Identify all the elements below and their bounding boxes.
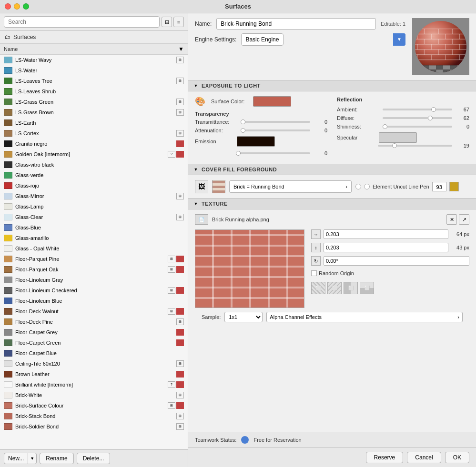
search-input[interactable] [4, 16, 160, 28]
list-view-button[interactable]: ≡ [173, 17, 184, 27]
list-item[interactable]: LS-Leaves Shrub [0, 86, 188, 97]
cancel-button[interactable]: Cancel [407, 452, 441, 463]
random-origin-checkbox[interactable] [311, 270, 317, 276]
attenuation-slider[interactable] [241, 129, 310, 131]
list-item[interactable]: Brick-Soldier Bond⊞ [0, 421, 188, 432]
pattern-btn-3[interactable]: ⬜ [344, 282, 358, 294]
sort-icon[interactable]: ▼ [178, 46, 184, 52]
sample-select[interactable]: 1x1 [224, 312, 263, 322]
tex-height-input[interactable] [324, 243, 448, 252]
list-item[interactable]: LS-Water [0, 65, 188, 76]
reserve-button[interactable]: Reserve [366, 452, 404, 463]
list-item[interactable]: Glass-Mirror⊞ [0, 191, 188, 201]
list-item[interactable]: LS-Grass Green⊞ [0, 97, 188, 107]
list-item-label: LS-Leaves Shrub [15, 89, 184, 94]
list-item[interactable]: Brick-Surface Colour⊞ [0, 400, 188, 411]
close-button[interactable] [5, 3, 11, 10]
list-item[interactable]: LS-Grass Brown⊞ [0, 107, 188, 118]
new-button[interactable]: New... ▼ [4, 453, 37, 464]
rename-button[interactable]: Rename [40, 453, 73, 464]
list-item-icons: ⊞ [168, 266, 184, 273]
engine-select[interactable]: Basic Engine [241, 33, 284, 46]
list-item[interactable]: Glass-Lamp [0, 201, 188, 212]
new-dropdown-arrow[interactable]: ▼ [28, 453, 36, 464]
list-item[interactable]: Floor-Parquet Oak⊞ [0, 264, 188, 275]
list-item[interactable]: Glass-amarillo [0, 233, 188, 243]
list-item[interactable]: Brick-Stack Bond⊞ [0, 411, 188, 421]
list-item[interactable]: Floor-Parquet Pine⊞ [0, 254, 188, 264]
svg-rect-34 [429, 65, 436, 70]
list-item[interactable]: Floor-Deck Walnut⊞ [0, 306, 188, 317]
line-pen-radio2[interactable] [364, 184, 370, 189]
name-input[interactable] [216, 18, 376, 30]
list-item-icons: ⊞ [176, 57, 184, 63]
cover-fill-icon: 🖼 [195, 180, 208, 193]
list-item-label: Brilliant white [Internorm] [15, 382, 168, 388]
transmittance-slider[interactable] [241, 121, 310, 123]
list-item[interactable]: Brown Leather [0, 369, 188, 379]
list-item[interactable]: Glass-rojo [0, 180, 188, 191]
tex-width-input[interactable] [324, 229, 448, 239]
list-container[interactable]: LS-Water Wavy⊞LS-WaterLS-Leaves Tree⊞LS-… [0, 55, 188, 449]
list-item-label: Floor-Linoleum Checkered [15, 288, 168, 293]
list-item-label: Ceiling-Tile 60x120 [15, 361, 176, 367]
texture-toggle[interactable]: ▼ [193, 201, 199, 207]
color-swatch [4, 298, 12, 304]
cover-fill-section: 🖼 Brick = Running Bond › Element Uncut L… [188, 175, 476, 198]
shininess-value: 0 [455, 124, 469, 129]
exposure-toggle[interactable]: ▼ [193, 83, 199, 89]
status-bar: Teamwork Status: Free for Reservation [188, 432, 476, 447]
surface-color-swatch[interactable] [253, 96, 291, 107]
list-item[interactable]: Floor-Linoleum Checkered⊞ [0, 285, 188, 296]
specular-color-swatch[interactable] [379, 132, 417, 143]
minimize-button[interactable] [14, 3, 20, 10]
specular-slider[interactable] [378, 145, 452, 147]
list-item[interactable]: Brilliant white [Internorm]? [0, 379, 188, 390]
list-item[interactable]: Glass-verde [0, 170, 188, 180]
list-item[interactable]: Glass-vitro black [0, 159, 188, 170]
surfaces-icon: 🗂 [5, 34, 10, 40]
pen-value-input[interactable]: 93 [432, 182, 446, 191]
list-item[interactable]: Glass-Blue [0, 222, 188, 233]
emission-color-swatch[interactable] [237, 136, 275, 147]
cover-fill-toggle[interactable]: ▼ [193, 167, 199, 172]
ok-button[interactable]: OK [445, 452, 469, 463]
cover-fill-dropdown[interactable]: Brick = Running Bond › [229, 180, 352, 193]
delete-button[interactable]: Delete... [77, 453, 111, 464]
list-item[interactable]: Floor-Carpet Grey [0, 327, 188, 338]
list-item[interactable]: Floor-Carpet Blue [0, 348, 188, 358]
list-item[interactable]: Floor-Linoleum Blue [0, 296, 188, 306]
pen-color-swatch[interactable] [449, 182, 459, 191]
pattern-btn-2[interactable]: ⬜ [327, 282, 342, 294]
grid-view-button[interactable]: ⊞ [162, 17, 172, 27]
list-item[interactable]: LS-Cortex⊞ [0, 128, 188, 139]
texture-file-icon: 📄 [195, 214, 208, 225]
color-swatch [4, 130, 12, 137]
transmittance-value: 0 [313, 119, 327, 125]
pattern-btn-4[interactable]: ⬜ [360, 282, 374, 294]
list-item[interactable]: Ceiling-Tile 60x120⊞ [0, 358, 188, 369]
list-item[interactable]: Floor-Carpet Green [0, 338, 188, 348]
maximize-button[interactable] [23, 3, 29, 10]
list-item[interactable]: Glass - Opal White [0, 243, 188, 254]
tex-rotation-input[interactable] [324, 256, 469, 266]
pattern-btn-1[interactable]: ⬜ [311, 282, 325, 294]
alpha-channel-dropdown[interactable]: Alpha Channel Effects › [266, 312, 463, 322]
list-item[interactable]: LS-Water Wavy⊞ [0, 55, 188, 65]
texture-browse-button[interactable]: ↗ [459, 214, 469, 225]
list-item[interactable]: LS-Earth [0, 118, 188, 128]
list-item[interactable]: LS-Leaves Tree⊞ [0, 76, 188, 86]
line-pen-radio1[interactable] [355, 184, 361, 189]
list-item[interactable]: Floor-Deck Pine⊞ [0, 317, 188, 327]
list-item[interactable]: Glass-Clear⊞ [0, 212, 188, 222]
texture-clear-button[interactable]: ✕ [446, 214, 457, 225]
list-item[interactable]: Floor-Linoleum Gray [0, 275, 188, 285]
list-item[interactable]: Golden Oak [Internorm]? [0, 149, 188, 159]
list-item[interactable]: Granito negro [0, 139, 188, 149]
texture-icon: ⊞ [176, 193, 184, 199]
diffuse-slider[interactable] [383, 117, 452, 119]
ambient-slider[interactable] [383, 109, 452, 110]
list-item[interactable]: Brick-White⊞ [0, 390, 188, 400]
shininess-slider[interactable] [383, 126, 452, 128]
emission-slider[interactable] [236, 152, 310, 154]
